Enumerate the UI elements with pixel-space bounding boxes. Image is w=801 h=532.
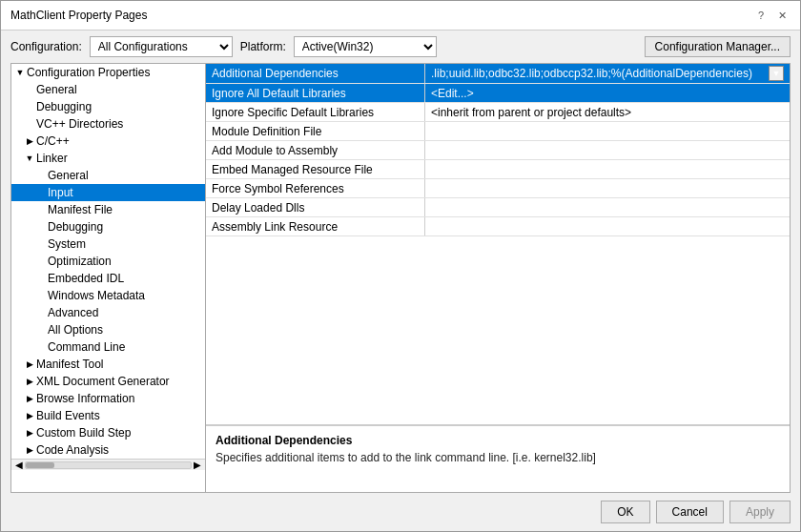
prop-name-embed-managed: Embed Managed Resource File: [206, 160, 425, 178]
scroll-left-arrow[interactable]: ◀: [13, 460, 25, 470]
cancel-button[interactable]: Cancel: [656, 501, 724, 523]
tree-item-label-linker-embedded: Embedded IDL: [48, 272, 124, 285]
tree-item-label-cpp: C/C++: [36, 134, 70, 148]
tree-item-label-linker-optimization: Optimization: [48, 255, 112, 268]
platform-dropdown[interactable]: Active(Win32): [294, 36, 437, 57]
tree-item-label-custom-build: Custom Build Step: [36, 426, 131, 440]
tree-item-cpp[interactable]: ▶C/C++: [11, 133, 205, 150]
prop-row-delay-loaded[interactable]: Delay Loaded Dlls: [206, 198, 790, 217]
help-button[interactable]: ?: [752, 7, 770, 24]
expand-icon-code-analysis: ▶: [25, 445, 34, 455]
value-wrap-additional-deps: .lib;uuid.lib;odbc32.lib;odbccp32.lib;%(…: [431, 66, 784, 81]
tree-item-label-linker: Linker: [36, 152, 68, 165]
config-dropdown[interactable]: All Configurations: [90, 36, 233, 57]
prop-row-module-def[interactable]: Module Definition File: [206, 122, 790, 141]
tree-item-linker-system[interactable]: System: [11, 235, 205, 253]
ok-button[interactable]: OK: [601, 501, 649, 523]
tree-item-linker-manifest[interactable]: Manifest File: [11, 201, 205, 218]
left-scroll-area: ◀ ▶: [11, 459, 205, 470]
prop-name-delay-loaded: Delay Loaded Dlls: [206, 198, 425, 216]
prop-value-additional-deps[interactable]: .lib;uuid.lib;odbc32.lib;odbccp32.lib;%(…: [425, 64, 790, 83]
tree-item-label-linker-advanced: Advanced: [48, 306, 98, 319]
prop-value-force-symbol: [425, 179, 790, 197]
tree-item-linker-advanced[interactable]: Advanced: [11, 304, 205, 321]
value-text-additional-deps: .lib;uuid.lib;odbc32.lib;odbccp32.lib;%(…: [431, 67, 769, 80]
prop-value-embed-managed: [425, 160, 790, 178]
expand-icon-linker: ▼: [25, 153, 34, 163]
tree-item-label-general: General: [36, 83, 77, 96]
tree-item-config-props[interactable]: ▼Configuration Properties: [11, 64, 205, 81]
tree-item-label-config-props: Configuration Properties: [27, 66, 150, 79]
prop-value-delay-loaded: [425, 198, 790, 216]
tree-item-linker-debugging[interactable]: Debugging: [11, 218, 205, 235]
tree-item-vc-dirs[interactable]: VC++ Directories: [11, 115, 205, 133]
tree-item-label-linker-system: System: [48, 237, 86, 251]
tree-item-linker-general[interactable]: General: [11, 167, 205, 184]
platform-label: Platform:: [240, 40, 286, 53]
tree-item-label-linker-manifest: Manifest File: [48, 203, 113, 216]
property-table: Additional Dependencies.lib;uuid.lib;odb…: [206, 64, 790, 425]
tree-item-code-analysis[interactable]: ▶Code Analysis: [11, 441, 205, 459]
tree-item-linker[interactable]: ▼Linker: [11, 150, 205, 167]
tree-item-linker-embedded[interactable]: Embedded IDL: [11, 270, 205, 287]
config-bar: Configuration: All Configurations Platfo…: [1, 31, 800, 63]
prop-name-force-symbol: Force Symbol References: [206, 179, 425, 197]
prop-row-add-module[interactable]: Add Module to Assembly: [206, 141, 790, 160]
config-manager-button[interactable]: Configuration Manager...: [645, 36, 791, 57]
prop-row-assembly-link[interactable]: Assembly Link Resource: [206, 217, 790, 236]
expand-icon-xml-doc: ▶: [25, 377, 34, 386]
bottom-bar: OK Cancel Apply: [1, 493, 800, 531]
close-button[interactable]: ✕: [773, 7, 791, 24]
scroll-thumb: [26, 462, 54, 468]
tree-item-label-debugging: Debugging: [36, 100, 92, 113]
tree-item-label-linker-debugging: Debugging: [48, 220, 103, 234]
expand-icon-cpp: ▶: [25, 136, 34, 146]
tree-item-label-linker-all-options: All Options: [48, 323, 103, 337]
prop-value-ignore-specific: <inherit from parent or project defaults…: [425, 103, 790, 121]
tree-item-linker-optimization[interactable]: Optimization: [11, 253, 205, 270]
apply-button[interactable]: Apply: [729, 501, 791, 523]
dropdown-button-additional-deps[interactable]: ▼: [769, 66, 784, 81]
left-panel: ▼Configuration PropertiesGeneralDebuggin…: [10, 63, 206, 493]
tree-item-label-code-analysis: Code Analysis: [36, 443, 109, 457]
expand-icon-browse-info: ▶: [25, 394, 34, 403]
description-panel: Additional Dependencies Specifies additi…: [206, 425, 790, 492]
tree-item-label-linker-cmdline: Command Line: [48, 340, 125, 354]
tree-item-label-browse-info: Browse Information: [36, 392, 134, 405]
prop-name-ignore-specific: Ignore Specific Default Libraries: [206, 103, 425, 121]
config-label: Configuration:: [10, 40, 82, 53]
scroll-right-arrow[interactable]: ▶: [192, 460, 203, 470]
tree-item-label-build-events: Build Events: [36, 409, 100, 422]
tree-item-xml-doc[interactable]: ▶XML Document Generator: [11, 373, 205, 390]
desc-text: Specifies additional items to add to the…: [216, 451, 780, 464]
tree-item-custom-build[interactable]: ▶Custom Build Step: [11, 424, 205, 441]
prop-row-ignore-specific[interactable]: Ignore Specific Default Libraries<inheri…: [206, 103, 790, 122]
tree-item-label-linker-input: Input: [48, 186, 73, 199]
prop-row-additional-deps[interactable]: Additional Dependencies.lib;uuid.lib;odb…: [206, 64, 790, 84]
tree-item-linker-winmeta[interactable]: Windows Metadata: [11, 287, 205, 304]
expand-icon-custom-build: ▶: [25, 428, 34, 438]
prop-value-assembly-link: [425, 217, 790, 235]
right-panel: Additional Dependencies.lib;uuid.lib;odb…: [206, 63, 791, 493]
scroll-track[interactable]: [25, 461, 192, 469]
tree-item-linker-all-options[interactable]: All Options: [11, 321, 205, 338]
tree-item-linker-cmdline[interactable]: Command Line: [11, 338, 205, 356]
prop-name-add-module: Add Module to Assembly: [206, 141, 425, 159]
tree-item-label-linker-winmeta: Windows Metadata: [48, 289, 145, 302]
prop-row-force-symbol[interactable]: Force Symbol References: [206, 179, 790, 198]
tree-item-label-linker-general: General: [48, 169, 89, 182]
dialog-title: MathClient Property Pages: [10, 9, 147, 22]
tree-item-browse-info[interactable]: ▶Browse Information: [11, 390, 205, 407]
prop-name-assembly-link: Assembly Link Resource: [206, 217, 425, 235]
tree-item-label-manifest-tool: Manifest Tool: [36, 358, 103, 371]
tree-item-general[interactable]: General: [11, 81, 205, 98]
tree-item-linker-input[interactable]: Input: [11, 184, 205, 201]
prop-row-embed-managed[interactable]: Embed Managed Resource File: [206, 160, 790, 179]
expand-icon-build-events: ▶: [25, 411, 34, 420]
prop-value-add-module: [425, 141, 790, 159]
prop-name-ignore-all-default: Ignore All Default Libraries: [206, 84, 425, 102]
tree-item-debugging[interactable]: Debugging: [11, 98, 205, 115]
tree-item-build-events[interactable]: ▶Build Events: [11, 407, 205, 424]
prop-row-ignore-all-default[interactable]: Ignore All Default Libraries<Edit...>: [206, 84, 790, 103]
tree-item-manifest-tool[interactable]: ▶Manifest Tool: [11, 356, 205, 373]
